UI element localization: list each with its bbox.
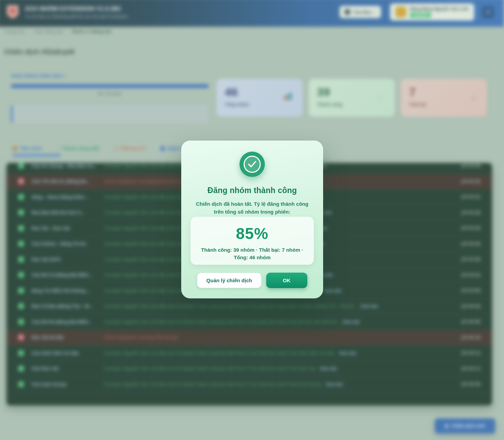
success-check-inner-circle <box>244 156 261 173</box>
tab-label: Tiến trình <box>20 146 42 151</box>
group-name[interactable]: Chợ Xe Chung – Mua Bán Xe... <box>32 163 104 168</box>
log-timestamp: [20:46:21] <box>461 350 480 355</box>
row-fail-icon: ✗ <box>18 334 24 340</box>
log-timestamp: [20:45:58] <box>461 288 480 293</box>
log-timestamp: [20:45:15] <box>461 179 480 184</box>
breadcrumb-item[interactable]: Auto đăng bài <box>34 29 63 34</box>
log-message: Concept: Nguyễn Văn Linh (đã Link #1) Đă… <box>104 319 455 324</box>
view-post-link[interactable]: Xem bài <box>325 382 343 387</box>
row-success-icon: ✓ <box>18 319 24 325</box>
group-name[interactable]: Săng – Share Đăng Kiếm ... <box>32 194 104 200</box>
group-name[interactable]: Chợ Đồ Cũ (Đăng Bài Miễn... <box>32 272 104 277</box>
success-rate-summary: Thành công: 39 nhóm · Thất bại: 7 nhóm ·… <box>196 246 309 261</box>
log-row: ✓Test Auto GroupConcept: Nguyễn Văn Linh… <box>7 377 492 392</box>
tab-progress[interactable]: Tiến trình <box>13 146 42 151</box>
user-status-badge: Premium <box>410 13 431 17</box>
log-message: Concept: Nguyễn Văn Linh (đã Link #1) Đă… <box>104 366 455 371</box>
tab-label: ✗ Thất bại (7) <box>114 146 145 151</box>
breadcrumb: Trang chủ/Auto đăng bài/Bước 4: Đăng bài <box>4 29 111 34</box>
user-avatar-icon <box>395 7 406 17</box>
stat-card-tổng-nhóm: 46Tổng nhóm <box>217 79 303 117</box>
row-success-icon: ✓ <box>18 225 24 231</box>
new-campaign-label: Chiến dịch mới <box>451 423 485 428</box>
breadcrumb-separator: / <box>67 29 68 34</box>
x-icon: ✗ <box>471 95 476 102</box>
stat-label: Thất bại <box>409 102 479 107</box>
log-row: ✓Chợ Rao VặtConcept: Nguyễn Văn Linh (đã… <box>7 361 492 377</box>
active-tab-underline <box>13 154 61 156</box>
row-success-icon: ✓ <box>18 194 24 200</box>
success-rate-percent: 85% <box>190 224 314 243</box>
user-account-card[interactable]: Đặng Đặng Nguyễn Văn Linh Premium <box>390 3 474 21</box>
modal-title: Đăng nhóm thành công <box>181 186 323 195</box>
log-row: ✗Rao Vặt Hà NộiLỗi từ Facebook: vui lòng… <box>7 330 492 346</box>
ok-button[interactable]: OK <box>266 273 307 288</box>
app-header: ZGO NHÓM EXTENSION V1.0.383 Trợ thủ đắc … <box>0 0 504 27</box>
campaign-progress-bar <box>11 84 209 88</box>
group-name[interactable]: Chợ Rao Vặt <box>32 366 104 371</box>
row-success-icon: ✓ <box>18 288 24 294</box>
tab-label: ✓ Thành công (39) <box>57 146 99 151</box>
modal-description: Chiến dịch đã hoàn tất. Tỷ lệ đăng thành… <box>192 200 312 216</box>
group-name[interactable]: Mua Bán Đất Sài Gòn A... <box>32 210 104 215</box>
toolbox-button[interactable]: Tool Box ▾ <box>340 6 381 18</box>
log-timestamp: [20:45:34] <box>461 226 480 230</box>
group-name[interactable]: Rao Vặt Hà Nội <box>32 335 104 340</box>
breadcrumb-item[interactable]: Trang chủ <box>4 29 25 34</box>
group-name[interactable]: Test Auto Group <box>32 382 104 387</box>
breadcrumb-separator: / <box>29 29 30 34</box>
log-message: Lỗi từ Facebook: vui lòng Thử lại sau. <box>104 335 455 340</box>
log-timestamp: [20:45:21] <box>461 194 480 199</box>
user-name: Đặng Đặng Nguyễn Văn Linh <box>410 7 469 11</box>
log-row: ✓Mua Và Bán (Đăng Tin) – M...Concept: Ng… <box>7 299 492 314</box>
hourglass-icon <box>13 146 17 151</box>
row-success-icon: ✓ <box>18 257 24 262</box>
group-name[interactable]: Chợ Tốt 24h GL (Đăng Bá... <box>32 179 104 184</box>
group-name[interactable]: Mua Và Bán (Đăng Tin) – M... <box>32 304 104 309</box>
log-timestamp: [20:46:09] <box>461 319 480 324</box>
log-timestamp: [20:45:52] <box>461 273 480 277</box>
header-close-button[interactable]: ✕ <box>482 6 494 19</box>
group-name[interactable]: Rao Vặt 24/7h <box>32 257 104 262</box>
close-icon: ✕ <box>486 9 490 15</box>
breadcrumb-item: Bước 4: Đăng bài <box>72 29 111 34</box>
tab-success[interactable]: ✓ Thành công (39) <box>57 146 99 151</box>
group-name[interactable]: Chợ Sinh Viên Và Việc <box>32 350 104 356</box>
success-modal: Đăng nhóm thành công Chiến dịch đã hoàn … <box>181 141 323 298</box>
view-post-link[interactable]: Xem bài <box>320 366 337 371</box>
tab-bar: Tiến trình✓ Thành công (39)✗ Thất bại (7… <box>13 143 185 154</box>
log-timestamp: [20:45:40] <box>461 241 480 246</box>
view-post-link[interactable]: Xem bài <box>324 288 341 293</box>
log-timestamp: [20:45:09] <box>461 163 480 168</box>
app-title: ZGO NHÓM EXTENSION V1.0.383 <box>25 5 129 12</box>
chevron-down-icon: ▾ <box>374 10 376 14</box>
check-icon: ✓ <box>377 93 384 103</box>
group-name[interactable]: Chợ Online – Đăng Tin M... <box>32 241 104 246</box>
view-post-link[interactable]: Xem bài <box>360 304 378 309</box>
group-name[interactable]: Chợ Đồ Rẻ (Đăng Bài Miễn... <box>32 319 104 324</box>
group-name[interactable]: Đăng Tin Miễn Phí Không ... <box>32 288 104 293</box>
stat-value: 39 <box>317 86 386 98</box>
toolbox-label: Tool Box <box>353 10 372 15</box>
stat-cards: 46Tổng nhóm39Thành công✓7Thất bại✗ <box>217 79 487 117</box>
group-name[interactable]: Rao Vặt – Rao Vặt <box>32 226 104 231</box>
view-post-link[interactable]: Xem bài <box>342 319 359 324</box>
row-success-icon: ✓ <box>18 163 24 169</box>
stat-label: Tổng nhóm <box>225 102 294 107</box>
new-campaign-button[interactable]: Chiến dịch mới <box>435 418 495 433</box>
log-timestamp: [20:46:15] <box>461 335 480 340</box>
toolbox-icon <box>344 9 351 15</box>
check-mark-icon <box>248 160 257 168</box>
row-success-icon: ✓ <box>18 303 24 309</box>
log-message: Concept: Nguyễn Văn Linh (đã Link #1) Đă… <box>104 350 455 356</box>
log-message: Concept: Nguyễn Văn Linh (đã Link #1) Đă… <box>104 382 455 387</box>
view-post-link[interactable]: Xem bài <box>339 350 356 356</box>
row-fail-icon: ✗ <box>18 178 24 184</box>
campaign-info-box <box>11 105 209 123</box>
log-timestamp: [20:46:03] <box>461 304 480 309</box>
row-success-icon: ✓ <box>18 272 24 278</box>
rocket-icon <box>445 424 448 428</box>
log-row: ✓Chợ Đồ Rẻ (Đăng Bài Miễn...Concept: Ngu… <box>7 314 492 330</box>
manage-campaign-button[interactable]: Quản lý chiến dịch <box>197 273 261 288</box>
tab-failed[interactable]: ✗ Thất bại (7) <box>114 146 145 151</box>
